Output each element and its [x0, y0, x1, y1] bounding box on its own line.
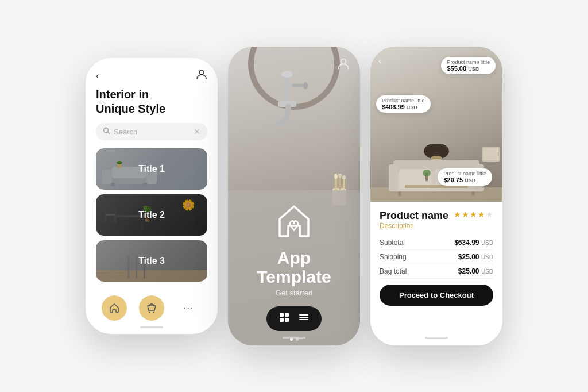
svg-point-30: [153, 312, 154, 313]
svg-point-35: [303, 82, 308, 89]
tab-icon-lines[interactable]: [299, 312, 309, 325]
price-tag-3[interactable]: Product name little $20.75 USD: [438, 168, 492, 186]
svg-point-41: [338, 174, 342, 178]
svg-rect-58: [398, 191, 401, 196]
nav-home[interactable]: [102, 295, 127, 321]
faucet-illustration: [266, 70, 312, 139]
row-shipping: Shipping $25.00 USD: [380, 250, 493, 264]
star-3: ★: [470, 210, 477, 219]
svg-point-0: [199, 70, 204, 75]
svg-rect-49: [299, 317, 308, 318]
price-tag-1[interactable]: Product name little $55.00 USD: [441, 57, 496, 74]
svg-point-42: [342, 175, 346, 180]
row-bag-total: Bag total $25.00 USD: [380, 264, 493, 279]
bag-total-label: Bag total: [380, 267, 407, 275]
nav-basket[interactable]: [139, 295, 164, 321]
checkout-button[interactable]: Proceed to Checkout: [380, 285, 493, 306]
svg-rect-45: [285, 313, 289, 317]
product-name: Product name: [380, 210, 448, 222]
card-1[interactable]: Title 1: [96, 148, 207, 190]
phone-1: ‹ Interior inUnique Style Search ✕: [86, 58, 218, 334]
bag-total-value: $25.00 USD: [458, 267, 493, 275]
card-1-label: Title 1: [138, 164, 165, 174]
svg-rect-54: [389, 164, 397, 191]
tag1-price: $55.00 USD: [447, 65, 490, 72]
p2-lower-panel: AppTemplate Get started: [228, 190, 360, 345]
tag3-name: Product name little: [443, 171, 486, 176]
search-bar[interactable]: Search ✕: [96, 123, 207, 140]
p2-content: AppTemplate Get started: [228, 47, 360, 345]
price-tag-2[interactable]: Product name little $408.99 USD: [376, 95, 431, 113]
card-3[interactable]: Title 3: [96, 240, 207, 282]
p3-photo-area: ‹ Product name little $55.00 USD Product…: [370, 47, 502, 202]
nav-more[interactable]: ···: [176, 295, 202, 321]
svg-rect-59: [471, 191, 475, 196]
svg-rect-44: [280, 313, 284, 317]
phone-2: AppTemplate Get started: [228, 47, 360, 345]
product-description: Description: [380, 222, 448, 230]
p2-tab-bar[interactable]: [266, 306, 322, 331]
star-1: ★: [454, 210, 461, 219]
phone-3: ‹ Product name little $55.00 USD Product…: [370, 47, 502, 345]
card-2-label: Title 2: [138, 210, 165, 220]
tag1-name: Product name little: [447, 59, 490, 65]
house-heart-icon: [274, 202, 314, 241]
subtotal-value: $634.99 USD: [454, 239, 493, 247]
svg-rect-64: [483, 148, 498, 160]
get-started-text: Get started: [276, 289, 312, 297]
user-icon-p2[interactable]: [337, 57, 350, 72]
svg-rect-47: [285, 318, 289, 322]
p1-header: ‹: [86, 58, 218, 87]
page-title: Interior inUnique Style: [86, 87, 218, 123]
tab-icon-grid[interactable]: [279, 312, 289, 325]
bottom-nav: ···: [86, 289, 218, 326]
svg-point-40: [334, 174, 338, 179]
shipping-label: Shipping: [380, 253, 407, 261]
svg-rect-48: [299, 314, 308, 316]
product-stars: ★ ★ ★ ★ ★: [454, 210, 493, 219]
svg-point-43: [341, 59, 346, 64]
cards-list: Title 1: [86, 148, 218, 282]
back-icon-p3[interactable]: ‹: [378, 56, 381, 66]
card-3-label: Title 3: [138, 256, 165, 266]
svg-rect-46: [280, 318, 284, 322]
tag2-name: Product name little: [382, 98, 425, 103]
shipping-value: $25.00 USD: [458, 253, 493, 261]
search-placeholder: Search: [114, 128, 190, 136]
svg-point-62: [423, 170, 431, 176]
star-2: ★: [462, 210, 469, 219]
search-clear-icon[interactable]: ✕: [194, 127, 200, 136]
subtotal-label: Subtotal: [380, 239, 405, 247]
star-5: ★: [486, 210, 493, 219]
star-4: ★: [478, 210, 485, 219]
svg-rect-31: [284, 75, 291, 104]
app-title: AppTemplate: [257, 248, 331, 286]
row-subtotal: Subtotal $634.99 USD: [380, 236, 493, 250]
card-2[interactable]: 🌼 Title 2: [96, 194, 207, 236]
svg-rect-50: [299, 319, 308, 320]
search-icon: [103, 127, 110, 136]
svg-point-67: [431, 156, 442, 160]
product-panel: Product name Description ★ ★ ★ ★ ★ Subto…: [370, 202, 502, 345]
svg-point-29: [149, 312, 150, 313]
back-icon[interactable]: ‹: [96, 71, 99, 81]
tag3-price: $20.75 USD: [443, 176, 486, 183]
product-header: Product name Description ★ ★ ★ ★ ★: [380, 210, 493, 230]
p3-content: ‹ Product name little $55.00 USD Product…: [370, 47, 502, 345]
tag2-price: $408.99 USD: [382, 103, 425, 110]
svg-point-33: [281, 71, 293, 78]
user-icon-p1[interactable]: [196, 68, 207, 83]
